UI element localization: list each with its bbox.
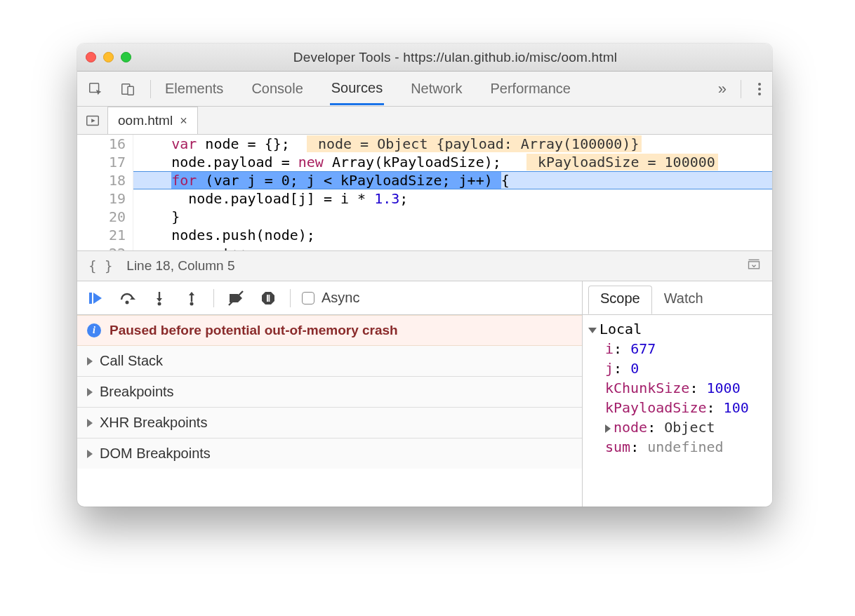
svg-marker-9 bbox=[130, 297, 135, 300]
svg-marker-4 bbox=[91, 119, 95, 123]
traffic-lights bbox=[86, 52, 131, 62]
section-label: DOM Breakpoints bbox=[100, 446, 211, 462]
scope-tabs: Scope Watch bbox=[583, 281, 772, 315]
scope-panel: Scope Watch Local i: 677 j: 0 kChunkSize… bbox=[583, 281, 772, 507]
line-number: 22 bbox=[77, 244, 126, 250]
line-number: 20 bbox=[77, 208, 126, 226]
editor-statusbar: { } Line 18, Column 5 bbox=[77, 250, 772, 281]
chevron-right-icon bbox=[605, 424, 611, 433]
close-tab-icon[interactable]: × bbox=[180, 114, 187, 128]
device-toolbar-icon[interactable] bbox=[118, 79, 138, 99]
line-number: 18 bbox=[77, 171, 126, 189]
tab-elements[interactable]: Elements bbox=[164, 74, 225, 104]
tab-sources[interactable]: Sources bbox=[330, 73, 384, 105]
line-number: 21 bbox=[77, 226, 126, 244]
code-body: var node = {}; node = Object {payload: A… bbox=[133, 135, 772, 250]
svg-point-11 bbox=[158, 302, 161, 305]
scope-var: kPayloadSize: 100 bbox=[587, 398, 769, 417]
devtools-toolbar: Elements Console Sources Network Perform… bbox=[77, 72, 772, 107]
source-file-tabs: oom.html × bbox=[77, 107, 772, 135]
cursor-position: Line 18, Column 5 bbox=[126, 258, 234, 274]
checkbox-icon[interactable] bbox=[302, 292, 314, 304]
step-over-icon[interactable] bbox=[117, 288, 138, 309]
divider bbox=[290, 289, 291, 307]
tab-console[interactable]: Console bbox=[250, 74, 304, 104]
settings-menu-icon[interactable] bbox=[755, 80, 764, 98]
info-icon: i bbox=[87, 323, 101, 337]
inline-value-hint: kPayloadSize = 100000 bbox=[526, 154, 718, 170]
pause-on-exceptions-icon[interactable] bbox=[258, 288, 279, 309]
panel-tabs: Elements Console Sources Network Perform… bbox=[164, 73, 705, 105]
show-console-drawer-icon[interactable] bbox=[747, 257, 761, 275]
minimize-window-button[interactable] bbox=[103, 52, 114, 62]
svg-marker-16 bbox=[262, 292, 274, 304]
tab-scope[interactable]: Scope bbox=[588, 286, 652, 314]
resume-icon[interactable] bbox=[84, 288, 105, 309]
file-tab-label: oom.html bbox=[118, 113, 173, 128]
svg-rect-2 bbox=[128, 86, 133, 95]
svg-marker-7 bbox=[93, 293, 102, 304]
section-label: Breakpoints bbox=[100, 384, 174, 400]
scope-tree[interactable]: Local i: 677 j: 0 kChunkSize: 1000 kPayl… bbox=[583, 315, 772, 461]
xhr-breakpoints-section[interactable]: XHR Breakpoints bbox=[77, 408, 582, 438]
scope-var: i: 677 bbox=[587, 339, 769, 359]
breakpoints-section[interactable]: Breakpoints bbox=[77, 377, 582, 408]
scope-var: j: 0 bbox=[587, 359, 769, 378]
svg-marker-12 bbox=[189, 292, 194, 295]
inline-value-hint: node = Object {payload: Array(100000)} bbox=[307, 135, 642, 152]
svg-rect-18 bbox=[269, 295, 270, 302]
step-out-icon[interactable] bbox=[181, 288, 202, 309]
deactivate-breakpoints-icon[interactable] bbox=[225, 288, 246, 309]
section-label: Call Stack bbox=[100, 353, 163, 369]
titlebar: Developer Tools - https://ulan.github.io… bbox=[77, 43, 772, 72]
tabs-overflow-icon[interactable]: » bbox=[718, 80, 727, 98]
scope-var: kChunkSize: 1000 bbox=[587, 378, 769, 398]
show-navigator-icon[interactable] bbox=[77, 107, 108, 134]
step-into-icon[interactable] bbox=[149, 288, 170, 309]
async-checkbox[interactable]: Async bbox=[302, 290, 359, 306]
svg-point-8 bbox=[126, 300, 129, 304]
tab-watch[interactable]: Watch bbox=[652, 286, 715, 314]
chevron-right-icon bbox=[87, 450, 93, 458]
svg-rect-6 bbox=[89, 293, 92, 304]
code-editor[interactable]: 16 17 18 19 20 21 22 var node = {}; node… bbox=[77, 135, 772, 250]
line-number: 16 bbox=[77, 135, 126, 153]
tab-performance[interactable]: Performance bbox=[489, 74, 573, 104]
pretty-print-icon[interactable]: { } bbox=[88, 258, 112, 274]
line-number: 19 bbox=[77, 189, 126, 208]
svg-marker-10 bbox=[157, 298, 162, 302]
devtools-window: Developer Tools - https://ulan.github.io… bbox=[77, 43, 772, 507]
file-tab-oom-html[interactable]: oom.html × bbox=[108, 107, 198, 134]
svg-rect-17 bbox=[267, 295, 268, 302]
chevron-right-icon bbox=[87, 388, 93, 396]
inspect-element-icon[interactable] bbox=[86, 79, 105, 99]
chevron-right-icon bbox=[87, 357, 93, 366]
pause-reason-text: Paused before potential out-of-memory cr… bbox=[110, 323, 398, 338]
async-label: Async bbox=[322, 290, 359, 306]
window-title: Developer Tools - https://ulan.github.io… bbox=[147, 50, 764, 65]
line-number: 17 bbox=[77, 153, 126, 171]
tab-network[interactable]: Network bbox=[409, 74, 463, 104]
svg-point-13 bbox=[190, 302, 194, 305]
debugger-left-panel: Async i Paused before potential out-of-m… bbox=[77, 281, 583, 507]
chevron-down-icon bbox=[588, 328, 597, 333]
dom-breakpoints-section[interactable]: DOM Breakpoints bbox=[77, 438, 582, 469]
scope-group-local[interactable]: Local bbox=[587, 319, 769, 339]
section-label: XHR Breakpoints bbox=[100, 415, 207, 431]
zoom-window-button[interactable] bbox=[121, 52, 131, 62]
svg-rect-5 bbox=[749, 261, 760, 268]
divider bbox=[213, 289, 214, 307]
scope-var[interactable]: node: Object bbox=[587, 417, 769, 437]
line-gutter: 16 17 18 19 20 21 22 bbox=[77, 135, 133, 250]
close-window-button[interactable] bbox=[86, 52, 96, 62]
debugger-toolbar: Async bbox=[77, 281, 582, 315]
chevron-right-icon bbox=[87, 419, 93, 427]
debugger-panels: Async i Paused before potential out-of-m… bbox=[77, 281, 772, 507]
scope-var: sum: undefined bbox=[587, 437, 769, 457]
divider bbox=[150, 80, 151, 98]
call-stack-section[interactable]: Call Stack bbox=[77, 346, 582, 377]
divider bbox=[741, 80, 741, 98]
pause-reason-banner: i Paused before potential out-of-memory … bbox=[77, 315, 582, 346]
